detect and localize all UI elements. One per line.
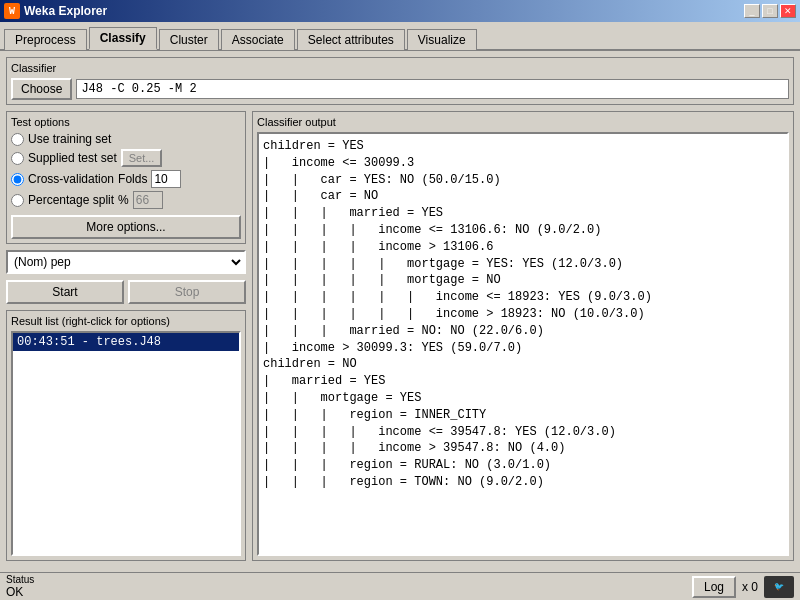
tab-classify[interactable]: Classify [89, 27, 157, 50]
tab-visualize[interactable]: Visualize [407, 29, 477, 50]
tab-cluster[interactable]: Cluster [159, 29, 219, 50]
result-list-label: Result list (right-click for options) [11, 315, 241, 327]
label-crossvalidation: Cross-validation [28, 172, 114, 186]
status-right: Log x 0 🐦 [692, 576, 794, 598]
minimize-button[interactable]: _ [744, 4, 760, 18]
more-options-button[interactable]: More options... [11, 215, 241, 239]
main-content: Classifier Choose Test options Use train… [0, 51, 800, 567]
test-options-group: Test options Use training set Supplied t… [6, 111, 246, 244]
window-controls: _ □ ✕ [744, 4, 796, 18]
radio-row-supplied: Supplied test set Set... [11, 149, 241, 167]
result-list-group: Result list (right-click for options) 00… [6, 310, 246, 561]
maximize-button[interactable]: □ [762, 4, 778, 18]
output-area[interactable]: children = YES | income <= 30099.3 | | c… [257, 132, 789, 556]
tab-select-attributes[interactable]: Select attributes [297, 29, 405, 50]
pct-label: % [118, 193, 129, 207]
radio-training[interactable] [11, 133, 24, 146]
result-item[interactable]: 00:43:51 - trees.J48 [13, 333, 239, 351]
status-left: Status OK [6, 574, 34, 599]
tab-associate[interactable]: Associate [221, 29, 295, 50]
title-bar: W Weka Explorer _ □ ✕ [0, 0, 800, 22]
close-button[interactable]: ✕ [780, 4, 796, 18]
weka-logo: 🐦 [764, 576, 794, 598]
radio-percentage[interactable] [11, 194, 24, 207]
label-training: Use training set [28, 132, 111, 146]
radio-row-crossvalidation: Cross-validation Folds [11, 170, 241, 188]
right-panel: Classifier output children = YES | incom… [252, 111, 794, 561]
radio-crossvalidation[interactable] [11, 173, 24, 186]
result-list: 00:43:51 - trees.J48 [11, 331, 241, 556]
radio-supplied[interactable] [11, 152, 24, 165]
classifier-group: Classifier Choose [6, 57, 794, 105]
log-button[interactable]: Log [692, 576, 736, 598]
start-stop-row: Start Stop [6, 280, 246, 304]
window-title: Weka Explorer [24, 4, 107, 18]
stop-button[interactable]: Stop [128, 280, 246, 304]
test-options-label: Test options [11, 116, 241, 128]
classifier-label: Classifier [11, 62, 789, 74]
x-count: x 0 [742, 580, 758, 594]
classifier-text-field[interactable] [76, 79, 789, 99]
folds-label: Folds [118, 172, 147, 186]
radio-row-percentage: Percentage split % [11, 191, 241, 209]
radio-row-training: Use training set [11, 132, 241, 146]
output-group: Classifier output children = YES | incom… [252, 111, 794, 561]
two-panel: Test options Use training set Supplied t… [6, 111, 794, 561]
set-button[interactable]: Set... [121, 149, 163, 167]
app-icon: W [4, 3, 20, 19]
label-percentage: Percentage split [28, 193, 114, 207]
output-label: Classifier output [257, 116, 789, 128]
pct-input[interactable] [133, 191, 163, 209]
start-button[interactable]: Start [6, 280, 124, 304]
status-value: OK [6, 585, 34, 599]
nom-select[interactable]: (Nom) pep [6, 250, 246, 274]
label-supplied: Supplied test set [28, 151, 117, 165]
tab-bar: Preprocess Classify Cluster Associate Se… [0, 22, 800, 51]
folds-input[interactable] [151, 170, 181, 188]
status-label: Status [6, 574, 34, 585]
status-bar: Status OK Log x 0 🐦 [0, 572, 800, 600]
left-panel: Test options Use training set Supplied t… [6, 111, 246, 561]
tab-preprocess[interactable]: Preprocess [4, 29, 87, 50]
choose-button[interactable]: Choose [11, 78, 72, 100]
